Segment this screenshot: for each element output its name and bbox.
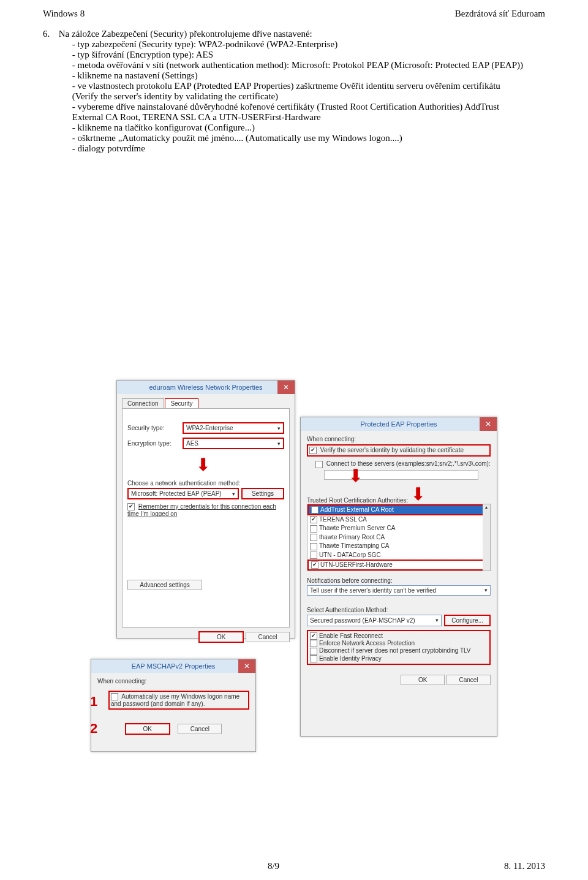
content-body: 6. Na záložce Zabezpečení (Security) pře… <box>0 23 588 154</box>
combo-notifications-value: Tell user if the server's identity can't… <box>310 587 436 594</box>
ca-checkbox[interactable]: ✔ <box>310 516 317 523</box>
ca-checkbox[interactable] <box>310 543 317 550</box>
ca-checkbox[interactable]: ✔ <box>311 561 318 569</box>
line-intro: Na záložce Zabezpečení (Security) překon… <box>59 29 312 39</box>
ca-label: thawte Primary Root CA <box>319 534 385 541</box>
bullet-4: - klikneme na nastavení (Settings) <box>72 70 198 80</box>
ca-label: AddTrust External CA Root <box>320 506 394 513</box>
checkbox-auto-logon[interactable] <box>111 693 118 700</box>
title-text: eduroam Wireless Network Properties <box>149 384 262 391</box>
ca-checkbox[interactable]: ✔ <box>311 506 318 514</box>
label-nap: Enforce Network Access Protection <box>319 640 415 647</box>
ca-row[interactable]: Thawte Timestamping CA <box>307 542 490 550</box>
chevron-down-icon: ▾ <box>277 425 281 431</box>
bullet-1: - typ zabezpečení (Security type): WPA2-… <box>72 39 338 49</box>
checkbox-connect-servers[interactable] <box>315 461 323 468</box>
ca-label: UTN-USERFirst-Hardware <box>320 561 393 568</box>
dialog-peap-properties: Protected EAP Properties ✕ When connecti… <box>300 417 497 737</box>
ca-row[interactable]: Thawte Premium Server CA <box>307 524 490 533</box>
scrollbar[interactable]: ▴ <box>483 504 490 571</box>
configure-button[interactable]: Configure... <box>444 615 491 626</box>
title-text: Protected EAP Properties <box>360 420 437 428</box>
bullet-9: - dialogy potvrdíme <box>72 143 145 153</box>
combo-notifications[interactable]: Tell user if the server's identity can't… <box>307 585 491 596</box>
ca-label: TERENA SSL CA <box>319 516 367 523</box>
label-select-auth-method: Select Authentication Method: <box>307 607 491 613</box>
label-remember-credentials: Remember my credentials for this connect… <box>127 503 276 517</box>
combo-auth-method[interactable]: Secured password (EAP-MSCHAP v2) ▾ <box>307 615 442 626</box>
checkbox-remember[interactable]: ✔ <box>127 503 135 510</box>
checkbox-fast-reconnect[interactable]: ✔ <box>310 632 317 640</box>
ca-row[interactable]: UTN - DATACorp SGC <box>307 551 490 559</box>
input-connect-servers[interactable] <box>324 470 478 480</box>
label-cryptobinding: Disconnect if server does not present cr… <box>319 647 471 654</box>
close-icon[interactable]: ✕ <box>480 417 497 431</box>
arrow-icon: ⬇ <box>411 486 425 503</box>
ca-label: UTN - DATACorp SGC <box>319 552 381 558</box>
dialog-mschapv2-properties: EAP MSCHAPv2 Properties ✕ When connectin… <box>91 659 256 752</box>
bullet-8: - oškrtneme „Automaticky použít mé jméno… <box>72 133 402 143</box>
ca-label: Thawte Premium Server CA <box>319 525 395 531</box>
chevron-down-icon: ▾ <box>277 441 281 447</box>
ok-button[interactable]: OK <box>401 675 445 685</box>
cancel-button[interactable]: Cancel <box>246 632 290 642</box>
ca-checkbox[interactable] <box>310 534 317 541</box>
header-right: Bezdrátová síť Eduroam <box>455 9 545 19</box>
close-icon[interactable]: ✕ <box>277 381 295 394</box>
footer-date: 8. 11. 2013 <box>504 861 545 871</box>
combo-encryption-type[interactable]: AES ▾ <box>183 438 284 449</box>
ca-row[interactable]: ✔AddTrust External CA Root <box>307 504 490 515</box>
list-trusted-roots[interactable]: ✔AddTrust External CA Root✔TERENA SSL CA… <box>307 504 491 571</box>
titlebar: eduroam Wireless Network Properties ✕ <box>117 381 295 394</box>
cancel-button[interactable]: Cancel <box>447 675 491 685</box>
tab-connection[interactable]: Connection <box>122 398 164 409</box>
label-when-connecting: When connecting: <box>97 678 249 685</box>
label-notifications: Notifications before connecting: <box>307 577 491 584</box>
label-identity-privacy: Enable Identity Privacy <box>319 655 382 662</box>
ca-row[interactable]: thawte Primary Root CA <box>307 533 490 542</box>
arrow-icon: ⬇ <box>196 457 210 474</box>
label-encryption-type: Encryption type: <box>127 440 183 447</box>
combo-auth-method[interactable]: Microsoft: Protected EAP (PEAP) ▾ <box>127 488 239 499</box>
scroll-up-icon[interactable]: ▴ <box>483 504 490 510</box>
label-trusted-roots: Trusted Root Certification Authorities: <box>307 497 491 504</box>
combo-encryption-type-value: AES <box>186 440 198 447</box>
checkbox-cryptobinding[interactable] <box>310 648 317 655</box>
arrow-icon: ⬇ <box>349 468 363 485</box>
combo-auth-method-value: Secured password (EAP-MSCHAP v2) <box>310 617 415 624</box>
label-when-connecting: When connecting: <box>307 436 491 442</box>
annotation-badge-1: 1 <box>90 694 97 710</box>
ca-checkbox[interactable] <box>310 552 317 559</box>
ca-label: Thawte Timestamping CA <box>319 542 390 549</box>
ca-row[interactable]: ✔TERENA SSL CA <box>307 515 490 524</box>
footer-page: 8/9 <box>268 861 279 871</box>
bullet-3: - metoda ověřování v síti (network authe… <box>72 60 523 70</box>
header-left: Windows 8 <box>43 9 85 19</box>
combo-security-type[interactable]: WPA2-Enterprise ▾ <box>183 422 284 434</box>
ca-row[interactable]: ✔UTN-USERFirst-Hardware <box>307 559 490 571</box>
bullet-5: - ve vlastnostech protokolu EAP (Protedt… <box>72 81 500 101</box>
chevron-down-icon: ▾ <box>232 491 235 497</box>
label-auth-method: Choose a network authentication method: <box>127 480 284 487</box>
checkbox-verify-identity[interactable]: ✔ <box>309 447 317 454</box>
label-verify-identity: Verify the server's identity by validati… <box>320 447 464 453</box>
titlebar: Protected EAP Properties ✕ <box>301 417 497 431</box>
close-icon[interactable]: ✕ <box>238 659 255 673</box>
tab-security[interactable]: Security <box>165 398 198 408</box>
advanced-settings-button[interactable]: Advanced settings <box>127 580 202 590</box>
ca-checkbox[interactable] <box>310 525 317 533</box>
label-security-type: Security type: <box>127 425 183 431</box>
combo-security-type-value: WPA2-Enterprise <box>186 425 233 431</box>
dialog-wireless-properties: eduroam Wireless Network Properties ✕ Co… <box>116 380 295 639</box>
ok-button[interactable]: OK <box>198 631 244 643</box>
chevron-down-icon: ▾ <box>484 587 488 593</box>
ok-button[interactable]: OK <box>125 723 170 735</box>
annotation-badge-2: 2 <box>90 721 97 737</box>
checkbox-nap[interactable] <box>310 640 317 647</box>
title-text: EAP MSCHAPv2 Properties <box>132 662 216 670</box>
settings-button[interactable]: Settings <box>241 488 284 499</box>
combo-auth-method-value: Microsoft: Protected EAP (PEAP) <box>131 490 222 497</box>
titlebar: EAP MSCHAPv2 Properties ✕ <box>91 659 255 673</box>
cancel-button[interactable]: Cancel <box>178 724 222 734</box>
checkbox-identity-privacy[interactable] <box>310 655 317 662</box>
